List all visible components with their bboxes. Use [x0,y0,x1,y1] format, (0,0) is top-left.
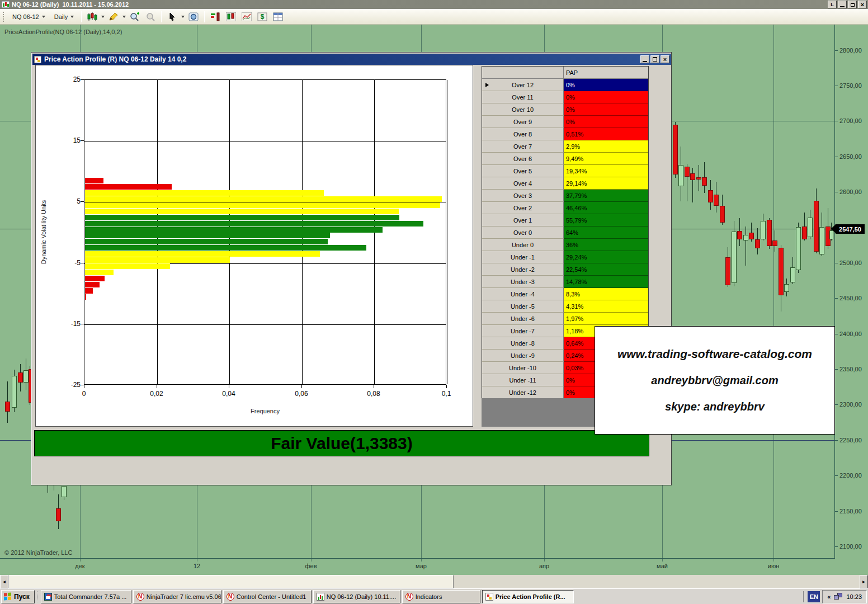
row-label-cell[interactable]: Under 0 [482,239,564,251]
row-value-cell[interactable]: 1,97% [564,313,648,325]
chart-trader-button[interactable] [209,10,222,23]
row-label-cell[interactable]: Over 6 [482,153,564,165]
row-value-cell[interactable]: 29,14% [564,177,648,190]
row-label-cell[interactable]: Over 8 [482,128,564,140]
row-label-cell[interactable]: Over 10 [482,103,564,116]
table-row[interactable]: Over 064% [482,226,648,239]
row-label-cell[interactable]: Under -5 [482,300,564,313]
row-label-cell[interactable]: Under -12 [482,386,564,399]
row-label-cell[interactable]: Over 12 [482,79,564,91]
row-value-cell[interactable]: 0% [564,79,648,91]
row-label-cell[interactable]: Under -1 [482,251,564,263]
row-label-cell[interactable]: Under -3 [482,276,564,288]
taskbar-button[interactable]: NNinjaTrader 7 lic.emu v5.06 [133,590,221,603]
row-value-cell[interactable]: 64% [564,226,648,239]
scroll-left-button[interactable]: ◄ [0,575,8,588]
price-action-profile-dialog[interactable]: Price Action Profile (R) NQ 06-12 Daily … [31,52,672,485]
row-label-cell[interactable]: Over 7 [482,140,564,153]
data-box-button[interactable] [187,10,200,23]
row-label-cell[interactable]: Over 2 [482,202,564,214]
table-row[interactable]: Under -48,3% [482,288,648,300]
time-axis[interactable] [0,558,835,559]
chevron-down-icon[interactable] [101,16,105,18]
period-dropdown[interactable]: Daily [51,12,77,22]
row-value-cell[interactable]: 8,3% [564,288,648,300]
taskbar-button[interactable]: NControl Center - Untitled1 [223,590,312,603]
taskbar-button[interactable]: Price Action Profile (R... [482,590,574,603]
network-monitors-icon[interactable] [834,593,843,601]
row-value-cell[interactable]: 0,51% [564,128,648,140]
chevron-down-icon[interactable] [122,16,126,18]
row-label-cell[interactable]: Over 4 [482,177,564,190]
account-dollar-button[interactable]: $ [256,10,269,23]
table-row[interactable]: Under -61,97% [482,313,648,325]
table-row[interactable]: Over 429,14% [482,177,648,190]
table-row[interactable]: Under -54,31% [482,300,648,313]
columns-button[interactable] [271,10,285,23]
row-label-cell[interactable]: Over 1 [482,214,564,226]
table-row[interactable]: Under -222,54% [482,263,648,276]
table-row[interactable]: Over 120% [482,79,648,91]
table-row[interactable]: Over 519,34% [482,165,648,177]
dialog-titlebar[interactable]: Price Action Profile (R) NQ 06-12 Daily … [32,54,671,65]
table-row[interactable]: Over 337,79% [482,190,648,202]
table-row[interactable]: Over 246,46% [482,202,648,214]
table-row[interactable]: Under 036% [482,239,648,251]
table-row[interactable]: Over 72,9% [482,140,648,153]
row-value-cell[interactable]: 29,24% [564,251,648,263]
taskbar-button[interactable]: NQ 06-12 (Daily) 10.11.... [313,590,400,603]
row-label-cell[interactable]: Under -6 [482,313,564,325]
row-label-cell[interactable]: Under -7 [482,325,564,337]
row-label-cell[interactable]: Over 9 [482,116,564,128]
dialog-maximize-button[interactable] [650,55,659,63]
table-row[interactable]: Under -129,24% [482,251,648,263]
row-value-cell[interactable]: 4,31% [564,300,648,313]
row-label-cell[interactable]: Over 3 [482,190,564,202]
row-value-cell[interactable]: 22,54% [564,263,648,276]
row-label-cell[interactable]: Over 5 [482,165,564,177]
table-row[interactable]: Over 100% [482,103,648,116]
taskbar-button[interactable]: Total Commander 7.57a ... [41,590,131,603]
scroll-right-button[interactable]: ► [860,575,868,588]
row-label-cell[interactable]: Over 0 [482,226,564,239]
chart-style-button[interactable] [86,10,99,23]
table-row[interactable]: Over 80,51% [482,128,648,140]
row-value-cell[interactable]: 14,78% [564,276,648,288]
scrollbar-thumb[interactable] [8,575,454,588]
row-label-cell[interactable]: Under -11 [482,374,564,386]
zoom-in-button[interactable] [128,10,141,23]
minimize-button[interactable] [838,1,847,8]
row-label-cell[interactable]: Under -8 [482,337,564,350]
market-analyzer-button[interactable] [224,10,238,23]
horizontal-scrollbar[interactable]: ◄ ► [0,575,868,588]
toolbar-grip[interactable] [3,12,5,22]
row-label-cell[interactable]: Under -9 [482,350,564,362]
cursor-button[interactable] [166,10,179,23]
row-value-cell[interactable]: 0% [564,103,648,116]
row-label-cell[interactable]: Under -10 [482,362,564,374]
dialog-close-button[interactable]: × [661,55,669,63]
line-chart-button[interactable] [240,10,253,23]
row-value-cell[interactable]: 37,79% [564,190,648,202]
instrument-dropdown[interactable]: NQ 06-12 [9,12,49,22]
dialog-minimize-button[interactable] [640,55,649,63]
table-row[interactable]: Over 90% [482,116,648,128]
row-value-cell[interactable]: 0% [564,91,648,103]
close-button[interactable]: × [858,1,867,8]
start-button[interactable]: Пуск [1,590,35,603]
row-value-cell[interactable]: 36% [564,239,648,251]
row-value-cell[interactable]: 2,9% [564,140,648,153]
row-label-cell[interactable]: Under -2 [482,263,564,276]
row-value-cell[interactable]: 46,46% [564,202,648,214]
tray-chevron-icon[interactable]: « [827,593,831,600]
row-value-cell[interactable]: 9,49% [564,153,648,165]
drawing-tools-button[interactable] [107,10,120,23]
language-indicator[interactable]: EN [808,591,820,602]
row-label-cell[interactable]: Under -4 [482,288,564,300]
row-label-cell[interactable]: Over 11 [482,91,564,103]
row-value-cell[interactable]: 55,79% [564,214,648,226]
extra-l-button[interactable]: L [828,1,837,8]
table-row[interactable]: Over 69,49% [482,153,648,165]
table-row[interactable]: Over 110% [482,91,648,103]
price-axis[interactable] [834,25,835,558]
